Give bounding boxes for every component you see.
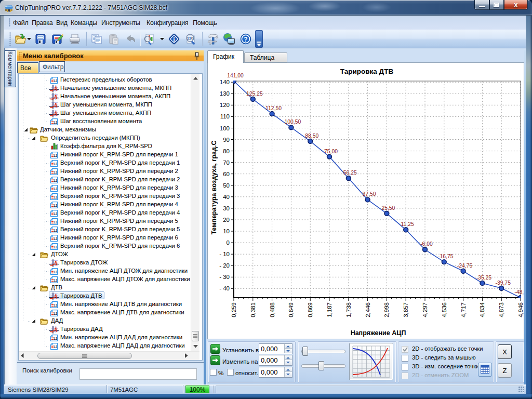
svg-text:110: 110 <box>220 113 230 119</box>
svg-text:130: 130 <box>220 90 230 97</box>
svg-text:90: 90 <box>223 137 230 143</box>
svg-text:1.2: 1.2 <box>54 228 58 233</box>
svg-text:Напряжение АЦП: Напряжение АЦП <box>351 329 406 337</box>
svg-text:4,717: 4,717 <box>460 302 467 317</box>
svg-text:Тарировка ДТВ: Тарировка ДТВ <box>340 68 394 75</box>
svg-text:-39,75: -39,75 <box>495 280 511 286</box>
svg-text:1,738: 1,738 <box>345 302 352 317</box>
svg-text:1.2: 1.2 <box>54 220 58 224</box>
svg-text:4,297: 4,297 <box>422 302 428 317</box>
svg-text:1.2: 1.2 <box>54 278 58 283</box>
svg-text:4,834: 4,834 <box>479 302 485 317</box>
svg-text:0,869: 0,869 <box>307 302 313 317</box>
svg-text:25,50: 25,50 <box>381 205 395 211</box>
svg-text:1.2: 1.2 <box>54 162 58 166</box>
svg-text:80: 80 <box>223 148 230 154</box>
svg-text:75,00: 75,00 <box>324 149 338 154</box>
svg-text:-35,25: -35,25 <box>476 275 492 281</box>
svg-text:1.2: 1.2 <box>54 203 58 208</box>
svg-text:0,649: 0,649 <box>288 302 294 317</box>
svg-text:1.2: 1.2 <box>54 120 58 125</box>
svg-text:1.2: 1.2 <box>54 170 58 175</box>
svg-text:0,259: 0,259 <box>231 302 237 317</box>
svg-text:3,657: 3,657 <box>403 302 409 317</box>
svg-text:1.2: 1.2 <box>54 187 58 191</box>
svg-text:100,50: 100,50 <box>285 119 301 125</box>
svg-text:1.2: 1.2 <box>54 344 58 349</box>
svg-text:0,488: 0,488 <box>269 302 275 317</box>
svg-text:1.2: 1.2 <box>54 236 58 241</box>
svg-text:0: 0 <box>227 240 230 246</box>
svg-text:30: 30 <box>223 205 230 211</box>
svg-text:- 20: - 20 <box>219 262 230 269</box>
svg-text:50: 50 <box>223 182 230 189</box>
svg-text:-16,75: -16,75 <box>438 254 454 259</box>
svg-text:2,998: 2,998 <box>383 302 390 317</box>
svg-text:125,25: 125,25 <box>246 91 263 97</box>
svg-text:140: 140 <box>220 79 230 85</box>
svg-text:2,446: 2,446 <box>365 302 371 317</box>
svg-text:110: 110 <box>187 36 194 41</box>
svg-text:?: ? <box>244 36 247 43</box>
svg-text:- 10: - 10 <box>219 251 230 257</box>
svg-text:1,187: 1,187 <box>326 302 332 317</box>
svg-text:1.2: 1.2 <box>54 336 58 341</box>
svg-text:4,536: 4,536 <box>441 302 447 317</box>
svg-text:Температура воздуха, град.С: Температура воздуха, град.С <box>210 141 218 235</box>
svg-text:1.2: 1.2 <box>54 303 58 308</box>
svg-text:40: 40 <box>223 194 230 200</box>
svg-text:1.2: 1.2 <box>54 195 58 200</box>
svg-text:- 30: - 30 <box>219 274 230 280</box>
svg-text:4,873: 4,873 <box>498 302 504 317</box>
svg-text:20: 20 <box>223 217 230 223</box>
svg-text:141,00: 141,00 <box>227 73 244 78</box>
svg-text:1.2: 1.2 <box>54 311 58 316</box>
svg-text:37,50: 37,50 <box>363 191 376 197</box>
svg-text:60: 60 <box>223 171 230 177</box>
svg-text:-24,75: -24,75 <box>457 263 473 269</box>
svg-text:56,25: 56,25 <box>343 170 357 176</box>
svg-text:100: 100 <box>220 125 230 131</box>
svg-text:70: 70 <box>223 159 230 166</box>
svg-text:-6,00: -6,00 <box>420 241 433 247</box>
svg-text:0,381: 0,381 <box>250 302 256 317</box>
svg-text:1.2: 1.2 <box>54 178 58 183</box>
svg-text:1.2: 1.2 <box>54 211 58 216</box>
svg-text:4,946: 4,946 <box>517 302 524 317</box>
svg-text:1.2: 1.2 <box>54 78 58 83</box>
svg-text:10: 10 <box>223 228 230 234</box>
svg-text:11,25: 11,25 <box>401 221 414 227</box>
svg-text:1.2: 1.2 <box>54 245 58 249</box>
svg-text:-48,00: -48,00 <box>514 289 524 295</box>
svg-text:- 40: - 40 <box>219 285 230 291</box>
svg-text:88,50: 88,50 <box>305 133 318 139</box>
svg-text:1.2: 1.2 <box>54 270 58 274</box>
svg-text:120: 120 <box>220 102 230 108</box>
svg-text:112,50: 112,50 <box>265 105 282 111</box>
svg-text:1.2: 1.2 <box>54 153 58 158</box>
